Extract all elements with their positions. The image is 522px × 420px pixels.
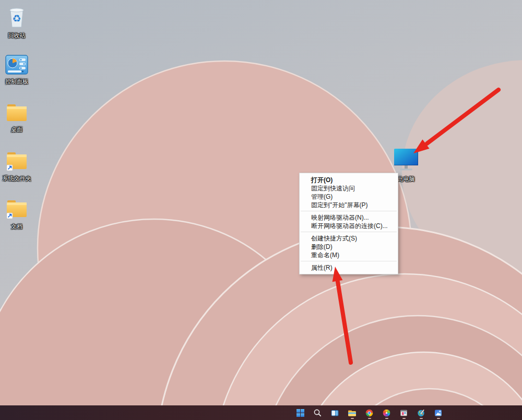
- running-indicator: [437, 418, 440, 419]
- chrome-icon: [365, 409, 374, 417]
- icon-label: 此电脑: [398, 176, 415, 183]
- start-button[interactable]: [296, 405, 305, 420]
- task-view-icon: [330, 409, 339, 417]
- search-button[interactable]: [313, 405, 322, 420]
- icon-label: 文档: [11, 223, 22, 230]
- running-indicator: [385, 418, 388, 419]
- menu-separator: [301, 261, 397, 261]
- menu-item-properties[interactable]: 属性(R): [300, 263, 398, 272]
- photos-button[interactable]: [434, 405, 443, 420]
- context-menu: 打开(O) 固定到快速访问 管理(G) 固定到"开始"屏幕(P) 映射网络驱动器…: [299, 173, 398, 274]
- running-indicator: [351, 418, 354, 419]
- menu-separator: [301, 232, 397, 232]
- control-panel-icon: [5, 53, 29, 76]
- search-icon: [313, 409, 322, 417]
- menu-item-map-network-drive[interactable]: 映射网络驱动器(N)...: [300, 213, 398, 222]
- menu-item-create-shortcut[interactable]: 创建快捷方式(S): [300, 234, 398, 243]
- menu-item-delete[interactable]: 删除(D): [300, 243, 398, 251]
- menu-item-pin-quick-access[interactable]: 固定到快速访问: [300, 184, 398, 193]
- paint-palette-icon: [417, 409, 425, 417]
- file-explorer-icon: [348, 409, 357, 417]
- icon-label: 桌面: [11, 126, 22, 133]
- desktop-icon-documents-shortcut[interactable]: 文档: [0, 197, 33, 231]
- chrome-button[interactable]: [365, 405, 374, 420]
- app-window-button[interactable]: [399, 405, 408, 420]
- photos-icon: [434, 409, 443, 417]
- menu-item-disconnect-network-drive[interactable]: 断开网络驱动器的连接(C)...: [300, 222, 398, 230]
- task-view-button[interactable]: [330, 405, 339, 420]
- file-explorer-button[interactable]: [348, 405, 357, 420]
- taskbar-icon-group: [296, 405, 443, 420]
- icon-label: 控制面板: [5, 78, 28, 85]
- running-indicator: [420, 418, 423, 419]
- desktop-icon-recycle-bin[interactable]: ♻ 回收站: [0, 4, 33, 40]
- wallpaper-bloom: [0, 0, 522, 405]
- desktop-icon-system-folder-shortcut[interactable]: 系统文件夹: [0, 149, 33, 183]
- folder-shortcut-icon: [5, 149, 29, 173]
- desktop-icon-desktop-folder[interactable]: 桌面: [0, 101, 33, 134]
- menu-item-manage[interactable]: 管理(G): [300, 193, 398, 201]
- recycle-bin-icon: ♻: [5, 4, 29, 30]
- this-pc-monitor-icon: [393, 148, 419, 172]
- color-wheel-browser-button[interactable]: [382, 405, 391, 420]
- menu-item-pin-to-start[interactable]: 固定到"开始"屏幕(P): [300, 201, 398, 209]
- desktop: ♻ 回收站 控制面板: [0, 0, 522, 420]
- windows-start-icon: [296, 409, 305, 417]
- taskbar: [0, 405, 522, 420]
- paint-button[interactable]: [417, 405, 425, 420]
- folder-shortcut-icon: [5, 197, 29, 221]
- menu-separator: [301, 211, 397, 211]
- running-indicator: [402, 418, 406, 419]
- desktop-icon-control-panel[interactable]: 控制面板: [0, 53, 33, 86]
- menu-item-rename[interactable]: 重命名(M): [300, 251, 398, 259]
- svg-text:♻: ♻: [12, 13, 21, 24]
- icon-label: 回收站: [8, 32, 26, 39]
- running-indicator: [368, 418, 371, 419]
- app-window-icon: [399, 409, 408, 417]
- menu-item-open[interactable]: 打开(O): [300, 176, 398, 184]
- icon-label: 系统文件夹: [3, 175, 31, 182]
- folder-icon: [5, 101, 29, 124]
- color-wheel-icon: [382, 409, 391, 417]
